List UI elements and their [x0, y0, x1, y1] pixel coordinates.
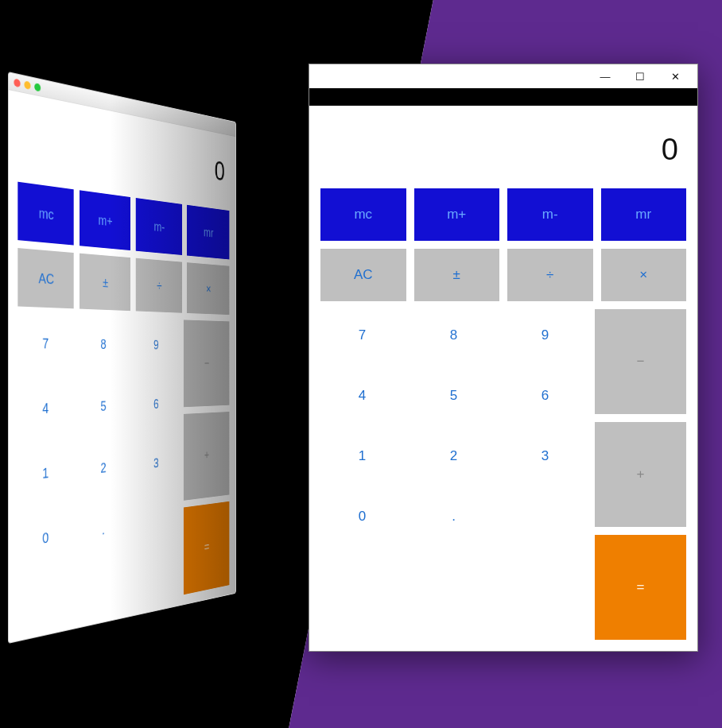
equals-button[interactable]: = — [183, 501, 229, 594]
minus-button[interactable]: − — [595, 309, 686, 414]
digit-6-button[interactable]: 6 — [503, 370, 587, 422]
mac-window-wrap: 0 mc m+ m- mr AC ± ÷ × 7 — [8, 72, 342, 644]
digit-9-button[interactable]: 9 — [133, 318, 178, 371]
mac-calculator-window: 0 mc m+ m- mr AC ± ÷ × 7 — [8, 72, 236, 644]
digit-5-button[interactable]: 5 — [78, 378, 127, 435]
minus-button[interactable]: − — [183, 319, 229, 407]
digit-0-button[interactable]: 0 — [320, 490, 404, 543]
digit-0-button[interactable]: 0 — [17, 506, 72, 571]
memory-clear-button[interactable]: mc — [17, 182, 73, 246]
plus-button[interactable]: + — [183, 412, 229, 501]
decimal-point-button[interactable]: . — [412, 490, 495, 543]
digit-3-button[interactable]: 3 — [133, 436, 178, 492]
memory-recall-button[interactable]: mr — [601, 188, 687, 241]
memory-minus-button[interactable]: m- — [507, 188, 593, 241]
digit-5-button[interactable]: 5 — [412, 370, 495, 422]
digit-2-button[interactable]: 2 — [78, 440, 127, 498]
display-value: 0 — [320, 117, 686, 180]
close-button[interactable]: ✕ — [658, 65, 693, 87]
all-clear-button[interactable]: AC — [17, 248, 73, 308]
windows-titlebar: — ☐ ✕ — [309, 64, 697, 88]
digit-4-button[interactable]: 4 — [320, 370, 404, 422]
digit-4-button[interactable]: 4 — [17, 380, 72, 440]
divide-button[interactable]: ÷ — [136, 258, 182, 313]
decimal-point-button[interactable]: . — [78, 500, 127, 562]
divide-button[interactable]: ÷ — [507, 249, 593, 301]
memory-minus-button[interactable]: m- — [136, 198, 182, 255]
digit-9-button[interactable]: 9 — [503, 309, 587, 362]
memory-recall-button[interactable]: mr — [187, 205, 229, 260]
digit-6-button[interactable]: 6 — [133, 378, 178, 432]
minimize-icon[interactable] — [24, 80, 30, 90]
digit-2-button[interactable]: 2 — [412, 430, 495, 482]
digit-1-button[interactable]: 1 — [320, 430, 404, 482]
equals-button[interactable]: = — [595, 535, 686, 640]
digit-3-button[interactable]: 3 — [503, 430, 587, 482]
memory-clear-button[interactable]: mc — [320, 188, 406, 241]
multiply-button[interactable]: × — [187, 262, 229, 315]
windows-calculator-window: — ☐ ✕ 0 mc m+ m- mr AC ± ÷ × 7 — [309, 64, 698, 652]
plus-button[interactable]: + — [595, 422, 686, 527]
all-clear-button[interactable]: AC — [320, 249, 406, 301]
windows-calculator-body: 0 mc m+ m- mr AC ± ÷ × 7 8 9 — [309, 106, 697, 651]
maximize-button[interactable]: ☐ — [623, 65, 658, 87]
digit-7-button[interactable]: 7 — [320, 309, 404, 362]
close-icon[interactable] — [14, 78, 20, 87]
digit-7-button[interactable]: 7 — [17, 314, 72, 372]
digit-8-button[interactable]: 8 — [412, 309, 495, 362]
mac-calculator-body: 0 mc m+ m- mr AC ± ÷ × 7 — [9, 90, 236, 643]
digit-8-button[interactable]: 8 — [78, 316, 127, 372]
stage: 0 mc m+ m- mr AC ± ÷ × 7 — [0, 0, 722, 728]
zoom-icon[interactable] — [34, 83, 41, 91]
digit-1-button[interactable]: 1 — [17, 443, 72, 505]
multiply-button[interactable]: × — [601, 249, 687, 301]
sign-toggle-button[interactable]: ± — [80, 254, 130, 311]
windows-menubar — [309, 88, 697, 106]
sign-toggle-button[interactable]: ± — [414, 249, 500, 301]
memory-plus-button[interactable]: m+ — [80, 190, 130, 250]
minimize-button[interactable]: — — [588, 65, 623, 87]
memory-plus-button[interactable]: m+ — [414, 188, 500, 241]
